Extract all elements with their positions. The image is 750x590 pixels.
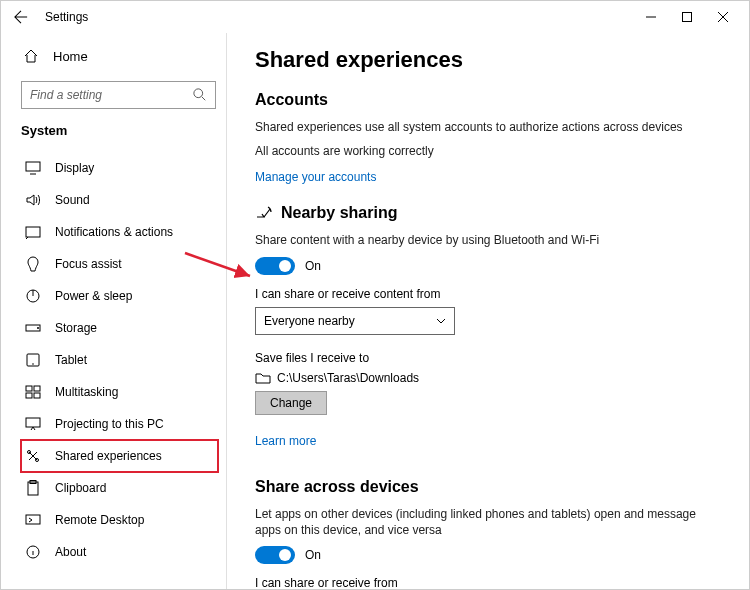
- nearby-heading-text: Nearby sharing: [281, 204, 397, 222]
- folder-icon: [255, 372, 271, 384]
- group-title: System: [21, 123, 226, 138]
- projecting-icon: [23, 417, 43, 431]
- notifications-icon: [23, 225, 43, 239]
- home-label: Home: [53, 49, 88, 64]
- share-from-label: I can share or receive content from: [255, 287, 721, 301]
- svg-rect-12: [34, 393, 40, 398]
- nav-focus-assist[interactable]: Focus assist: [21, 248, 226, 280]
- nav-label: Power & sleep: [55, 289, 132, 303]
- nav-label: Display: [55, 161, 94, 175]
- minimize-button[interactable]: [633, 3, 669, 31]
- svg-point-6: [37, 327, 39, 329]
- maximize-button[interactable]: [669, 3, 705, 31]
- nearby-heading: Nearby sharing: [255, 204, 721, 222]
- nav-about[interactable]: About: [21, 536, 226, 568]
- focus-icon: [23, 256, 43, 272]
- nav-notifications[interactable]: Notifications & actions: [21, 216, 226, 248]
- search-input[interactable]: [21, 81, 216, 109]
- nav-label: Focus assist: [55, 257, 122, 271]
- about-icon: [23, 544, 43, 560]
- svg-rect-18: [26, 515, 40, 524]
- across-desc: Let apps on other devices (including lin…: [255, 506, 721, 538]
- page-title: Shared experiences: [255, 47, 721, 73]
- arrow-left-icon: [14, 10, 28, 24]
- svg-point-1: [194, 89, 203, 98]
- nav-clipboard[interactable]: Clipboard: [21, 472, 226, 504]
- nav-tablet[interactable]: Tablet: [21, 344, 226, 376]
- nav-display[interactable]: Display: [21, 152, 226, 184]
- svg-rect-3: [26, 227, 40, 237]
- nav-label: Projecting to this PC: [55, 417, 164, 431]
- svg-rect-10: [34, 386, 40, 391]
- power-icon: [23, 288, 43, 304]
- across-from-label: I can share or receive from: [255, 576, 721, 589]
- nav-multitasking[interactable]: Multitasking: [21, 376, 226, 408]
- svg-rect-2: [26, 162, 40, 171]
- nav-label: Notifications & actions: [55, 225, 173, 239]
- nav-label: Clipboard: [55, 481, 106, 495]
- back-button[interactable]: [9, 5, 33, 29]
- nav-sound[interactable]: Sound: [21, 184, 226, 216]
- save-path-row: C:\Users\Taras\Downloads: [255, 371, 721, 385]
- nearby-sharing-icon: [255, 205, 273, 221]
- chevron-down-icon: [436, 318, 446, 324]
- across-heading: Share across devices: [255, 478, 721, 496]
- nearby-sharing-toggle[interactable]: [255, 257, 295, 275]
- sound-icon: [23, 193, 43, 207]
- save-files-label: Save files I receive to: [255, 351, 721, 365]
- home-icon: [21, 48, 41, 64]
- nav-label: Storage: [55, 321, 97, 335]
- minimize-icon: [646, 12, 656, 22]
- learn-more-link[interactable]: Learn more: [255, 434, 316, 448]
- storage-icon: [23, 322, 43, 334]
- nav-power-sleep[interactable]: Power & sleep: [21, 280, 226, 312]
- nearby-toggle-state: On: [305, 259, 321, 273]
- window-title: Settings: [45, 10, 88, 24]
- window-controls: [633, 3, 741, 31]
- tablet-icon: [23, 353, 43, 367]
- share-across-toggle[interactable]: [255, 546, 295, 564]
- svg-point-8: [32, 363, 34, 365]
- nav-label: Shared experiences: [55, 449, 162, 463]
- svg-rect-9: [26, 386, 32, 391]
- share-from-value: Everyone nearby: [264, 314, 355, 328]
- maximize-icon: [682, 12, 692, 22]
- remote-icon: [23, 513, 43, 527]
- across-toggle-state: On: [305, 548, 321, 562]
- nearby-desc: Share content with a nearby device by us…: [255, 232, 721, 248]
- nav-projecting[interactable]: Projecting to this PC: [21, 408, 226, 440]
- accounts-desc: Shared experiences use all system accoun…: [255, 119, 721, 135]
- nav-label: Remote Desktop: [55, 513, 144, 527]
- home-nav[interactable]: Home: [21, 41, 226, 71]
- nav-label: Sound: [55, 193, 90, 207]
- save-path-text: C:\Users\Taras\Downloads: [277, 371, 419, 385]
- nav-label: Tablet: [55, 353, 87, 367]
- clipboard-icon: [23, 480, 43, 496]
- display-icon: [23, 161, 43, 175]
- accounts-heading: Accounts: [255, 91, 721, 109]
- nav-label: Multitasking: [55, 385, 118, 399]
- multitasking-icon: [23, 385, 43, 399]
- settings-window: Settings Home System Display Sound Notif…: [0, 0, 750, 590]
- sidebar: Home System Display Sound Notifications …: [1, 33, 226, 589]
- accounts-status: All accounts are working correctly: [255, 143, 721, 159]
- shared-exp-icon: [23, 448, 43, 464]
- share-from-select[interactable]: Everyone nearby: [255, 307, 455, 335]
- nav-storage[interactable]: Storage: [21, 312, 226, 344]
- search-icon: [193, 88, 207, 102]
- search-field[interactable]: [30, 88, 193, 102]
- close-button[interactable]: [705, 3, 741, 31]
- svg-rect-11: [26, 393, 32, 398]
- close-icon: [718, 12, 728, 22]
- nav-label: About: [55, 545, 86, 559]
- change-button[interactable]: Change: [255, 391, 327, 415]
- svg-rect-13: [26, 418, 40, 427]
- nav-remote-desktop[interactable]: Remote Desktop: [21, 504, 226, 536]
- content-pane[interactable]: Shared experiences Accounts Shared exper…: [226, 33, 749, 589]
- manage-accounts-link[interactable]: Manage your accounts: [255, 170, 376, 184]
- svg-rect-0: [683, 13, 692, 22]
- nav-shared-experiences[interactable]: Shared experiences: [21, 440, 218, 472]
- titlebar: Settings: [1, 1, 749, 33]
